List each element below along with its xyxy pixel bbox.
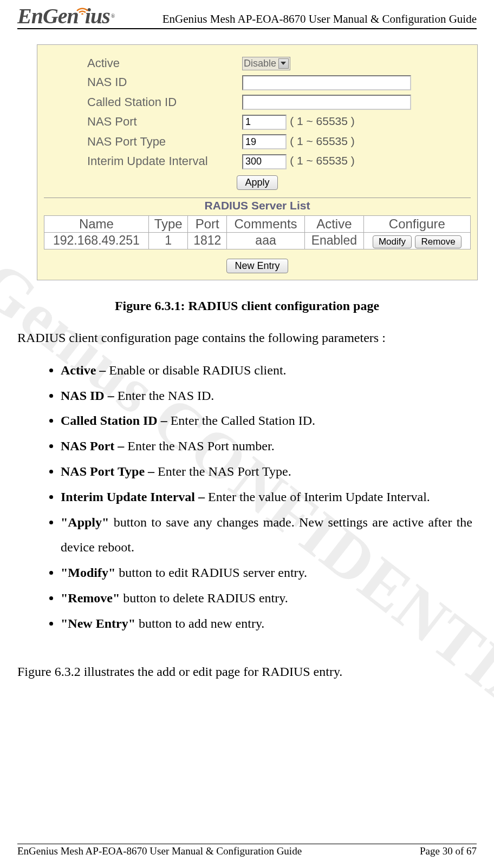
chevron-down-icon (278, 58, 289, 69)
wifi-icon (76, 8, 88, 24)
label-called-station-id: Called Station ID (87, 93, 242, 113)
header-title: EnGenius Mesh AP-EOA-8670 User Manual & … (114, 12, 477, 27)
label-nas-port: NAS Port (87, 112, 242, 132)
col-active: Active (305, 215, 364, 232)
cell-comments: aaa (227, 232, 305, 249)
col-name: Name (44, 215, 149, 232)
list-item: "Modify" button to edit RADIUS server en… (61, 560, 474, 586)
list-item-lead: Active – (61, 363, 109, 377)
col-configure: Configure (363, 215, 470, 232)
label-nas-port-type: NAS Port Type (87, 132, 242, 152)
list-item: NAS ID – Enter the NAS ID. (61, 383, 474, 409)
list-item-text: button to delete RADIUS entry. (123, 591, 288, 605)
active-select[interactable]: Disable (242, 57, 290, 70)
apply-button[interactable]: Apply (237, 175, 277, 190)
cell-configure: Modify Remove (363, 232, 470, 249)
list-item: Active – Enable or disable RADIUS client… (61, 358, 474, 383)
list-item-lead: NAS Port – (61, 439, 127, 453)
logo-text-right: us (90, 5, 110, 27)
list-item-lead: "New Entry" (61, 616, 139, 630)
list-item-text: button to edit RADIUS server entry. (119, 565, 307, 580)
modify-button[interactable]: Modify (373, 235, 412, 248)
list-item: "Apply" button to save any changes made.… (61, 510, 474, 561)
list-item: "New Entry" button to add new entry. (61, 611, 474, 636)
nas-port-type-input[interactable] (242, 134, 287, 149)
list-item-lead: Interim Update Interval – (61, 490, 208, 504)
page-header: EnGen i us ® EnGenius Mesh AP-EOA-8670 U… (17, 0, 477, 29)
list-item-lead: NAS Port Type – (61, 464, 158, 478)
table-header-row: Name Type Port Comments Active Configure (44, 215, 471, 232)
list-item-lead: NAS ID – (61, 389, 118, 403)
list-item-lead: Called Station ID – (61, 413, 171, 428)
cell-type: 1 (148, 232, 188, 249)
table-row: 192.168.49.251 1 1812 aaa Enabled Modify… (44, 232, 471, 249)
label-interim-interval: Interim Update Interval (87, 152, 242, 172)
new-entry-button[interactable]: New Entry (226, 259, 288, 273)
nas-port-range: ( 1 ~ 65535 ) (290, 115, 355, 127)
list-item: NAS Port Type – Enter the NAS Port Type. (61, 459, 474, 484)
radius-server-list-table: Name Type Port Comments Active Configure… (44, 215, 471, 249)
footer-left: EnGenius Mesh AP-EOA-8670 User Manual & … (17, 845, 302, 857)
list-item-text: Enter the NAS Port number. (127, 439, 274, 453)
radius-client-form: Active Disable NAS ID Called Station ID (87, 54, 414, 172)
svg-point-0 (81, 13, 83, 15)
col-comments: Comments (227, 215, 305, 232)
list-item: NAS Port – Enter the NAS Port number. (61, 433, 474, 459)
logo-trademark: ® (111, 14, 115, 19)
engenius-logo: EnGen i us ® (17, 5, 114, 27)
list-item: Interim Update Interval – Enter the valu… (61, 484, 474, 510)
list-item-lead: "Remove" (61, 591, 123, 605)
logo-text-left: EnGen (17, 5, 79, 27)
list-item-lead: "Apply" (61, 515, 114, 529)
screenshot-panel: Active Disable NAS ID Called Station ID (37, 44, 478, 280)
page-footer: EnGenius Mesh AP-EOA-8670 User Manual & … (17, 844, 477, 857)
list-item-text: Enable or disable RADIUS client. (109, 363, 286, 377)
intro-paragraph: RADIUS client configuration page contain… (17, 327, 477, 348)
list-item-text: button to add new entry. (139, 616, 264, 630)
cell-name: 192.168.49.251 (44, 232, 149, 249)
label-nas-id: NAS ID (87, 73, 242, 93)
list-item: Called Station ID – Enter the Called Sta… (61, 408, 474, 433)
server-list-title: RADIUS Server List (44, 199, 471, 212)
figure-caption: Figure 6.3.1: RADIUS client configuratio… (17, 299, 477, 313)
interim-interval-input[interactable] (242, 154, 287, 169)
footer-right: Page 30 of 67 (420, 845, 477, 857)
list-item-text: Enter the value of Interim Update Interv… (208, 490, 430, 504)
list-item-text: Enter the NAS Port Type. (158, 464, 291, 478)
active-select-value: Disable (244, 58, 276, 69)
interim-interval-range: ( 1 ~ 65535 ) (290, 154, 355, 167)
closing-paragraph: Figure 6.3.2 illustrates the add or edit… (17, 661, 477, 682)
called-station-id-input[interactable] (242, 95, 411, 110)
list-item-text: button to save any changes made. New set… (61, 515, 472, 555)
nas-port-input[interactable] (242, 115, 287, 130)
parameter-list: Active – Enable or disable RADIUS client… (17, 358, 474, 636)
cell-port: 1812 (188, 232, 227, 249)
list-item: "Remove" button to delete RADIUS entry. (61, 586, 474, 611)
list-item-text: Enter the Called Station ID. (171, 413, 315, 428)
label-active: Active (87, 54, 242, 73)
remove-button[interactable]: Remove (415, 235, 461, 248)
list-item-text: Enter the NAS ID. (118, 389, 214, 403)
nas-port-type-range: ( 1 ~ 65535 ) (290, 135, 355, 147)
col-port: Port (188, 215, 227, 232)
list-item-lead: "Modify" (61, 565, 119, 580)
cell-active: Enabled (305, 232, 364, 249)
divider (44, 198, 471, 198)
col-type: Type (148, 215, 188, 232)
nas-id-input[interactable] (242, 75, 411, 90)
